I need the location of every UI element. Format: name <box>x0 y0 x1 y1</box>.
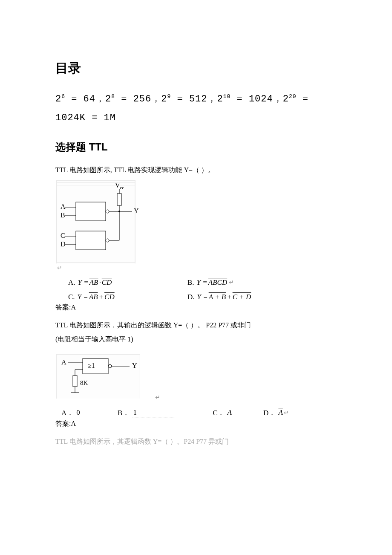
paragraph-mark-icon: ↵ <box>57 265 62 271</box>
svg-rect-1 <box>56 180 135 181</box>
q2-options: A． 0 B． 1 C． A D． A ↵ <box>61 408 337 418</box>
q1-option-d: D. Y = A + B + C + D <box>187 293 251 301</box>
q1-input-b: B <box>61 211 65 219</box>
q1-option-b: B. Y = ABCD ↵ <box>187 278 234 287</box>
q2-option-b: B． 1 <box>118 408 175 418</box>
q1-input-d: D <box>61 240 66 248</box>
q1-option-c: C. Y = AB + CD <box>68 293 183 301</box>
q2-resistor-label: 8K <box>80 379 88 386</box>
svg-rect-28 <box>139 354 139 399</box>
q1-answer: 答案:A <box>55 303 337 312</box>
svg-rect-26 <box>56 398 140 398</box>
q1-options-row2: C. Y = AB + CD D. Y = A + B + C + D <box>68 293 337 301</box>
q3-prompt: TTL 电路如图所示，其逻辑函数 Y=（ ）。P24 P77 异或门 <box>55 436 337 447</box>
svg-rect-25 <box>56 357 140 357</box>
heading-toc: 目录 <box>55 60 337 77</box>
q2-gate-label: ≥1 <box>88 362 95 369</box>
svg-rect-24 <box>56 354 140 355</box>
svg-rect-27 <box>56 354 57 399</box>
q1-output-y: Y <box>134 207 139 214</box>
svg-rect-0 <box>56 180 135 263</box>
svg-point-13 <box>106 210 109 213</box>
q2-note: (电阻相当于输入高电平 1) <box>55 334 337 345</box>
svg-rect-6 <box>135 180 135 263</box>
svg-rect-35 <box>73 376 77 387</box>
svg-rect-29 <box>83 358 108 374</box>
q1-circuit-diagram: Vcc Y A B C D ↵ <box>55 179 337 272</box>
q1-input-a: A <box>61 203 66 210</box>
q2-input-a: A <box>61 358 66 366</box>
paragraph-mark-icon: ↵ <box>155 394 160 401</box>
q2-answer: 答案:A <box>55 419 337 428</box>
q2-option-a: A． 0 <box>61 408 80 418</box>
svg-rect-5 <box>56 180 57 263</box>
heading-section-ttl: 选择题 TTL <box>55 140 337 154</box>
q2-option-d: D． A ↵ <box>263 408 289 418</box>
svg-point-18 <box>106 239 109 242</box>
q2-circuit-diagram: ≥1 Y A 8K ↵ <box>55 353 337 402</box>
q1-prompt: TTL 电路如图所示, TTL 电路实现逻辑功能 Y=（ ）。 <box>55 165 337 176</box>
q1-option-a: A. Y = AB · CD <box>68 278 183 287</box>
svg-rect-17 <box>76 231 106 250</box>
q2-output-y: Y <box>132 362 137 369</box>
q1-input-c: C <box>61 232 65 239</box>
svg-rect-8 <box>117 194 121 205</box>
svg-rect-4 <box>56 262 135 263</box>
svg-rect-2 <box>56 182 135 183</box>
svg-point-30 <box>108 364 112 368</box>
q1-options-row1: A. Y = AB · CD B. Y = ABCD ↵ <box>68 278 337 287</box>
q2-option-c: C． A <box>213 408 232 418</box>
q2-prompt: TTL 电路如图所示，其输出的逻辑函数 Y=（ ）。 P22 P77 或非门 <box>55 320 337 331</box>
powers-of-two-line: 26 = 64，28 = 256，29 = 512，210 = 1024，220… <box>55 90 337 127</box>
svg-rect-12 <box>76 202 106 221</box>
